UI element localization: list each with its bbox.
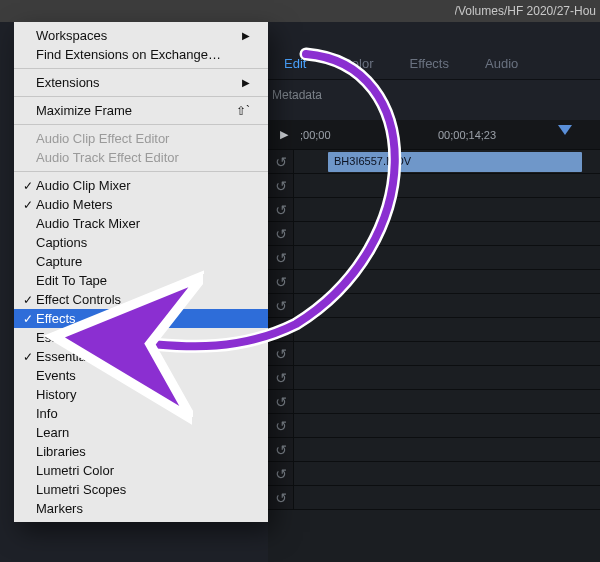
check-icon: ✓ [20, 312, 36, 326]
menu-workspaces[interactable]: Workspaces▶ [14, 26, 268, 45]
check-icon: ✓ [20, 198, 36, 212]
menu-extensions[interactable]: Extensions▶ [14, 73, 268, 92]
menu-learn[interactable]: Learn [14, 423, 268, 442]
track-undo-icon[interactable]: ↻ [268, 246, 294, 269]
track-undo-icon[interactable]: ↻ [268, 318, 294, 341]
menu-separator [14, 96, 268, 97]
window-menu: Workspaces▶ Find Extensions on Exchange…… [14, 22, 268, 522]
track-row-content[interactable] [294, 318, 600, 341]
file-path: /Volumes/HF 2020/27-Hou [455, 4, 596, 18]
tab-effects[interactable]: Effects [407, 50, 451, 77]
menu-essential-sound[interactable]: ✓Essential Sound [14, 347, 268, 366]
menu-separator [14, 124, 268, 125]
menu-audio-track-mixer[interactable]: Audio Track Mixer [14, 214, 268, 233]
chevron-right-icon: ▶ [242, 77, 250, 88]
track-row-content[interactable] [294, 198, 600, 221]
menu-audio-track-effect-editor: Audio Track Effect Editor [14, 148, 268, 167]
chevron-right-icon: ▶ [242, 30, 250, 41]
workspace-tabs: Edit Color Effects Audio [268, 48, 600, 80]
menu-libraries[interactable]: Libraries [14, 442, 268, 461]
menu-events[interactable]: Events [14, 366, 268, 385]
out-point-marker[interactable] [558, 125, 572, 135]
check-icon: ✓ [20, 293, 36, 307]
track-row-content[interactable] [294, 390, 600, 413]
menu-essential-graphics[interactable]: Essential Graphics [14, 328, 268, 347]
track-undo-icon[interactable]: ↻ [268, 390, 294, 413]
window-titlebar: /Volumes/HF 2020/27-Hou [0, 0, 600, 22]
track-row-content[interactable] [294, 246, 600, 269]
menu-audio-clip-mixer[interactable]: ✓Audio Clip Mixer [14, 176, 268, 195]
menu-audio-meters[interactable]: ✓Audio Meters [14, 195, 268, 214]
track-undo-icon[interactable]: ↻ [268, 150, 294, 173]
menu-separator [14, 171, 268, 172]
track-undo-icon[interactable]: ↻ [268, 174, 294, 197]
tab-color[interactable]: Color [340, 50, 375, 77]
time-ruler[interactable]: ▶ ;00;00 00;00;14;23 [268, 120, 600, 150]
menu-effects[interactable]: ✓Effects [14, 309, 268, 328]
track-undo-icon[interactable]: ↻ [268, 294, 294, 317]
timecode-mark: 00;00;14;23 [438, 129, 496, 141]
track-row-content[interactable] [294, 486, 600, 509]
menu-lumetri-color[interactable]: Lumetri Color [14, 461, 268, 480]
menu-info[interactable]: Info [14, 404, 268, 423]
menu-maximize-frame[interactable]: Maximize Frame⇧` [14, 101, 268, 120]
track-row-content[interactable] [294, 174, 600, 197]
track-v1[interactable]: BH3I6557.MOV [294, 150, 600, 173]
track-row: ↻ BH3I6557.MOV [268, 150, 600, 174]
timeline-panel: ▶ ;00;00 00;00;14;23 ↻ BH3I6557.MOV ↻ ↻ … [268, 120, 600, 562]
track-undo-icon[interactable]: ↻ [268, 198, 294, 221]
tab-audio[interactable]: Audio [483, 50, 520, 77]
track-row-content[interactable] [294, 294, 600, 317]
track-row-content[interactable] [294, 222, 600, 245]
track-row-content[interactable] [294, 366, 600, 389]
menu-edit-to-tape[interactable]: Edit To Tape [14, 271, 268, 290]
track-undo-icon[interactable]: ↻ [268, 366, 294, 389]
panel-metadata-label[interactable]: Metadata [268, 84, 326, 106]
timecode-start: ;00;00 [300, 129, 331, 141]
menu-audio-clip-effect-editor: Audio Clip Effect Editor [14, 129, 268, 148]
check-icon: ✓ [20, 179, 36, 193]
menu-history[interactable]: History [14, 385, 268, 404]
track-undo-icon[interactable]: ↻ [268, 342, 294, 365]
track-row-content[interactable] [294, 438, 600, 461]
menu-markers[interactable]: Markers [14, 499, 268, 518]
playhead-icon[interactable]: ▶ [280, 128, 288, 141]
menu-separator [14, 68, 268, 69]
track-undo-icon[interactable]: ↻ [268, 222, 294, 245]
menu-effect-controls[interactable]: ✓Effect Controls [14, 290, 268, 309]
track-row-content[interactable] [294, 270, 600, 293]
menu-find-extensions[interactable]: Find Extensions on Exchange… [14, 45, 268, 64]
track-row-content[interactable] [294, 462, 600, 485]
menu-lumetri-scopes[interactable]: Lumetri Scopes [14, 480, 268, 499]
track-row-content[interactable] [294, 342, 600, 365]
track-undo-icon[interactable]: ↻ [268, 486, 294, 509]
shortcut-label: ⇧` [236, 104, 250, 118]
menu-captions[interactable]: Captions [14, 233, 268, 252]
track-undo-icon[interactable]: ↻ [268, 462, 294, 485]
track-undo-icon[interactable]: ↻ [268, 414, 294, 437]
track-undo-icon[interactable]: ↻ [268, 270, 294, 293]
menu-capture[interactable]: Capture [14, 252, 268, 271]
track-undo-icon[interactable]: ↻ [268, 438, 294, 461]
track-row-content[interactable] [294, 414, 600, 437]
tab-edit[interactable]: Edit [282, 50, 308, 77]
check-icon: ✓ [20, 350, 36, 364]
video-clip[interactable]: BH3I6557.MOV [328, 152, 582, 172]
